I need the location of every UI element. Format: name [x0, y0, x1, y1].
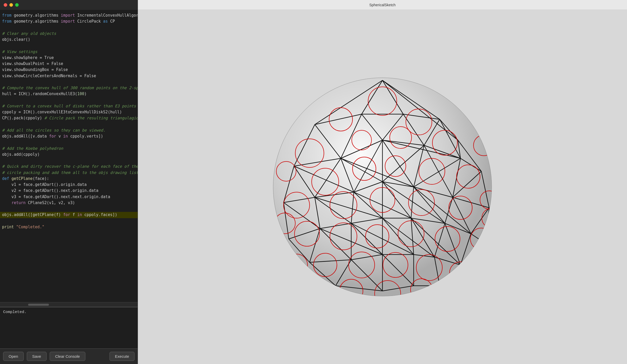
svg-line-76: [471, 244, 487, 275]
bottom-toolbar: Open Save Clear Console Execute: [0, 348, 138, 364]
clear-console-button[interactable]: Clear Console: [50, 352, 85, 361]
horizontal-scrollbar[interactable]: [0, 302, 138, 307]
minimize-button[interactable]: [9, 3, 13, 7]
viewer-titlebar: SphericalSketch: [138, 0, 627, 10]
left-panel: from geometry.algorithms import Incremen…: [0, 0, 138, 364]
svg-point-139: [450, 262, 471, 284]
traffic-lights: [0, 0, 138, 10]
execute-button[interactable]: Execute: [110, 352, 135, 361]
open-button[interactable]: Open: [3, 352, 24, 361]
svg-point-145: [468, 252, 489, 273]
right-panel: SphericalSketch: [138, 0, 627, 364]
viewer-canvas[interactable]: [138, 10, 627, 364]
svg-line-91: [460, 265, 471, 288]
maximize-button[interactable]: [15, 3, 19, 7]
save-button[interactable]: Save: [27, 352, 47, 361]
svg-line-96: [440, 286, 471, 288]
code-editor[interactable]: from geometry.algorithms import Incremen…: [0, 10, 138, 302]
scrollbar-thumb[interactable]: [28, 304, 49, 306]
viewer-title: SphericalSketch: [369, 3, 395, 7]
svg-point-148: [286, 254, 308, 276]
sphere-visualization: [263, 67, 502, 307]
svg-line-82: [460, 265, 471, 275]
console-output: Completed.: [0, 307, 138, 348]
close-button[interactable]: [4, 3, 7, 7]
console-text: Completed.: [3, 310, 27, 314]
